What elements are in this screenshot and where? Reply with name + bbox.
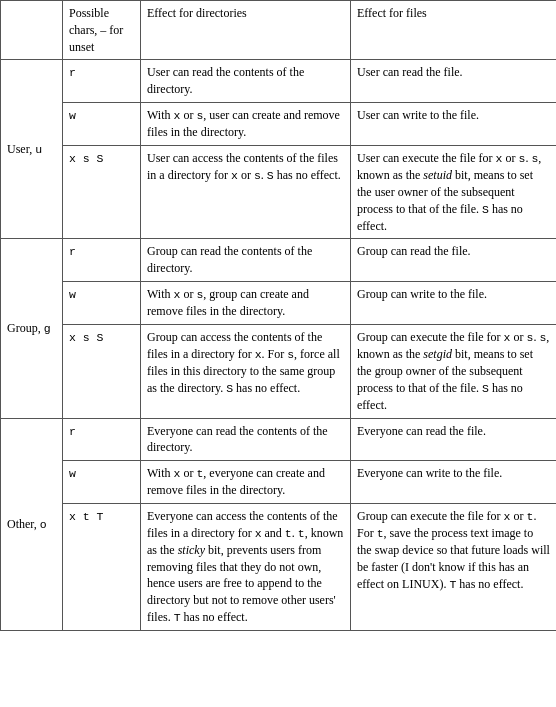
header-files: Effect for files: [351, 1, 557, 60]
dir-cell: Everyone can access the contents of the …: [141, 504, 351, 631]
file-cell: Group can read the file.: [351, 239, 557, 282]
group-label: User, u: [1, 60, 63, 239]
chars-cell: x s S: [63, 145, 141, 239]
file-cell: User can write to the file.: [351, 102, 557, 145]
file-cell: Group can execute the file for x or s. s…: [351, 324, 557, 418]
dir-cell: User can access the contents of the file…: [141, 145, 351, 239]
chars-cell: r: [63, 239, 141, 282]
dir-cell: With x or s, group can create and remove…: [141, 282, 351, 325]
file-cell: User can read the file.: [351, 60, 557, 103]
chars-cell: r: [63, 418, 141, 461]
chars-cell: x s S: [63, 324, 141, 418]
dir-cell: With x or s, user can create and remove …: [141, 102, 351, 145]
dir-cell: User can read the contents of the direct…: [141, 60, 351, 103]
dir-cell: With x or t, everyone can create and rem…: [141, 461, 351, 504]
group-label: Other, o: [1, 418, 63, 631]
header-group: [1, 1, 63, 60]
dir-cell: Group can access the contents of the fil…: [141, 324, 351, 418]
chars-cell: w: [63, 102, 141, 145]
file-cell: Everyone can read the file.: [351, 418, 557, 461]
group-label: Group, g: [1, 239, 63, 418]
chars-cell: x t T: [63, 504, 141, 631]
chars-cell: r: [63, 60, 141, 103]
header-chars: Possible chars, – for unset: [63, 1, 141, 60]
file-cell: Group can execute the file for x or t. F…: [351, 504, 557, 631]
dir-cell: Everyone can read the contents of the di…: [141, 418, 351, 461]
dir-cell: Group can read the contents of the direc…: [141, 239, 351, 282]
chars-cell: w: [63, 282, 141, 325]
file-cell: User can execute the file for x or s. s,…: [351, 145, 557, 239]
file-cell: Group can write to the file.: [351, 282, 557, 325]
header-dirs: Effect for directories: [141, 1, 351, 60]
file-cell: Everyone can write to the file.: [351, 461, 557, 504]
chars-cell: w: [63, 461, 141, 504]
